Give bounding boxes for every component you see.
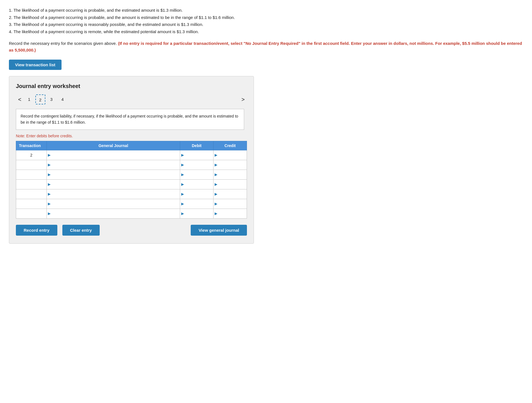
credit-arrow-icon-2: ▶ — [215, 172, 217, 177]
tab-navigation: < 1 2 3 4 > — [16, 94, 247, 104]
debit-cell-5[interactable]: ▶ — [180, 199, 214, 209]
table-row: ▶▶▶ — [16, 189, 247, 199]
general-journal-input-0[interactable] — [51, 150, 180, 160]
transaction-cell-3 — [16, 179, 47, 189]
credit-input-2[interactable] — [218, 170, 247, 179]
col-transaction: Transaction — [16, 141, 47, 150]
credit-input-1[interactable] — [218, 160, 247, 170]
debit-cell-3[interactable]: ▶ — [180, 179, 214, 189]
credit-input-0[interactable] — [218, 150, 247, 160]
general-journal-input-4[interactable] — [51, 189, 180, 199]
worksheet-container: Journal entry worksheet < 1 2 3 4 > Reco… — [9, 76, 254, 244]
transaction-cell-4 — [16, 189, 47, 199]
credit-arrow-icon-0: ▶ — [215, 153, 217, 157]
table-row: ▶▶▶ — [16, 209, 247, 218]
tab-4[interactable]: 4 — [58, 94, 68, 104]
credit-input-3[interactable] — [218, 180, 247, 189]
row-arrow-icon-2: ▶ — [48, 172, 51, 177]
general-journal-cell-6[interactable]: ▶ — [47, 209, 180, 218]
debit-arrow-icon-3: ▶ — [181, 182, 184, 186]
row-arrow-icon-4: ▶ — [48, 192, 51, 196]
transaction-cell-2 — [16, 170, 47, 179]
row-arrow-icon-0: ▶ — [48, 153, 51, 157]
record-entry-button[interactable]: Record entry — [16, 225, 57, 236]
general-journal-cell-0[interactable]: ▶ — [47, 150, 180, 160]
debit-arrow-icon-0: ▶ — [181, 153, 184, 157]
general-journal-input-1[interactable] — [51, 160, 180, 170]
intro-item-2: 2. The likelihood of a payment occurring… — [9, 14, 523, 21]
general-journal-input-6[interactable] — [51, 209, 180, 218]
col-general-journal: General Journal — [47, 141, 180, 150]
tab-3[interactable]: 3 — [46, 94, 57, 104]
general-journal-cell-3[interactable]: ▶ — [47, 179, 180, 189]
instructions: Record the necessary entry for the scena… — [9, 40, 523, 53]
credit-arrow-icon-3: ▶ — [215, 182, 217, 186]
debit-credit-note: Note: Enter debits before credits. — [16, 134, 247, 138]
general-journal-input-5[interactable] — [51, 199, 180, 209]
intro-list: 1. The likelihood of a payment occurring… — [9, 7, 523, 35]
credit-input-4[interactable] — [218, 189, 247, 199]
debit-input-3[interactable] — [185, 180, 213, 189]
instructions-text: Record the necessary entry for the scena… — [9, 41, 117, 46]
row-arrow-icon-5: ▶ — [48, 202, 51, 206]
credit-arrow-icon-4: ▶ — [215, 192, 217, 196]
debit-cell-6[interactable]: ▶ — [180, 209, 214, 218]
table-row: ▶▶▶ — [16, 199, 247, 209]
journal-table: Transaction General Journal Debit Credit… — [16, 141, 247, 219]
transaction-cell-1 — [16, 160, 47, 170]
view-transaction-button[interactable]: View transaction list — [9, 60, 62, 70]
row-arrow-icon-6: ▶ — [48, 211, 51, 216]
general-journal-cell-1[interactable]: ▶ — [47, 160, 180, 170]
credit-cell-1[interactable]: ▶ — [214, 160, 247, 170]
worksheet-title: Journal entry worksheet — [16, 83, 247, 89]
table-row: ▶▶▶ — [16, 170, 247, 179]
debit-input-1[interactable] — [185, 160, 213, 170]
row-arrow-icon-3: ▶ — [48, 182, 51, 186]
general-journal-input-2[interactable] — [51, 170, 180, 179]
credit-cell-3[interactable]: ▶ — [214, 179, 247, 189]
col-credit: Credit — [214, 141, 247, 150]
next-tab-button[interactable]: > — [239, 96, 247, 103]
intro-item-4: 4. The likelihood of a payment occurring… — [9, 28, 523, 35]
credit-cell-4[interactable]: ▶ — [214, 189, 247, 199]
tab-1[interactable]: 1 — [24, 94, 34, 104]
credit-arrow-icon-5: ▶ — [215, 202, 217, 206]
clear-entry-button[interactable]: Clear entry — [62, 225, 100, 236]
view-general-journal-button[interactable]: View general journal — [191, 225, 247, 236]
debit-input-2[interactable] — [185, 170, 213, 179]
intro-item-1: 1. The likelihood of a payment occurring… — [9, 7, 523, 14]
debit-cell-0[interactable]: ▶ — [180, 150, 214, 160]
col-debit: Debit — [180, 141, 214, 150]
debit-cell-4[interactable]: ▶ — [180, 189, 214, 199]
intro-item-3: 3. The likelihood of a payment occurring… — [9, 21, 523, 28]
general-journal-cell-5[interactable]: ▶ — [47, 199, 180, 209]
debit-input-6[interactable] — [185, 209, 213, 218]
credit-cell-2[interactable]: ▶ — [214, 170, 247, 179]
credit-arrow-icon-6: ▶ — [215, 211, 217, 216]
credit-arrow-icon-1: ▶ — [215, 163, 217, 167]
credit-cell-0[interactable]: ▶ — [214, 150, 247, 160]
table-row: ▶▶▶ — [16, 179, 247, 189]
debit-cell-2[interactable]: ▶ — [180, 170, 214, 179]
table-row: 2▶▶▶ — [16, 150, 247, 160]
general-journal-cell-4[interactable]: ▶ — [47, 189, 180, 199]
general-journal-cell-2[interactable]: ▶ — [47, 170, 180, 179]
tab-2[interactable]: 2 — [35, 94, 45, 104]
debit-arrow-icon-1: ▶ — [181, 163, 184, 167]
bottom-buttons: Record entry Clear entry View general jo… — [16, 225, 247, 236]
table-row: ▶▶▶ — [16, 160, 247, 170]
credit-input-5[interactable] — [218, 199, 247, 209]
transaction-cell-5 — [16, 199, 47, 209]
debit-cell-1[interactable]: ▶ — [180, 160, 214, 170]
debit-input-0[interactable] — [185, 150, 213, 160]
prev-tab-button[interactable]: < — [16, 96, 24, 103]
credit-cell-6[interactable]: ▶ — [214, 209, 247, 218]
transaction-cell-6 — [16, 209, 47, 218]
debit-arrow-icon-6: ▶ — [181, 211, 184, 216]
credit-input-6[interactable] — [218, 209, 247, 218]
debit-input-4[interactable] — [185, 189, 213, 199]
credit-cell-5[interactable]: ▶ — [214, 199, 247, 209]
general-journal-input-3[interactable] — [51, 180, 180, 189]
debit-arrow-icon-5: ▶ — [181, 202, 184, 206]
debit-input-5[interactable] — [185, 199, 213, 209]
